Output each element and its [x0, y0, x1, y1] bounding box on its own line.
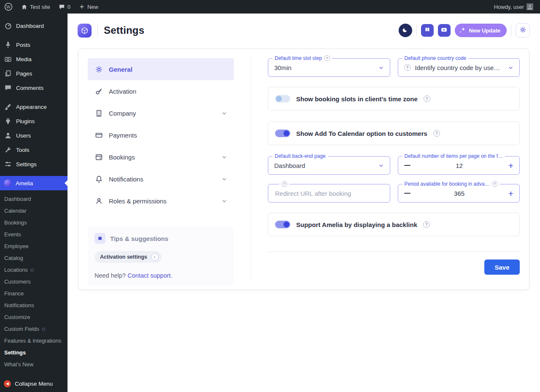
- submenu-whats-new[interactable]: What’s New: [0, 358, 68, 370]
- toggle-label: Show booking slots in client's time zone: [296, 95, 418, 103]
- amelia-submenu: Dashboard Calendar Bookings Events Emplo…: [0, 190, 68, 373]
- submenu-dashboard[interactable]: Dashboard: [0, 193, 68, 205]
- new-update-button[interactable]: New Update: [455, 24, 507, 37]
- new-label: New: [87, 4, 98, 10]
- submenu-calendar[interactable]: Calendar: [0, 205, 68, 216]
- submenu-notifications[interactable]: Notifications: [0, 299, 68, 311]
- settings-nav-notifications[interactable]: Notifications: [88, 168, 234, 190]
- save-button[interactable]: Save: [484, 260, 520, 275]
- sidebar-item-media[interactable]: Media: [0, 52, 68, 66]
- settings-nav: General Activation Company Payments: [88, 58, 234, 280]
- phone-country-code-select[interactable]: Default phone country code ? Identify co…: [398, 58, 520, 77]
- sidebar-item-amelia[interactable]: Amelia: [0, 176, 68, 190]
- submenu-bookings[interactable]: Bookings: [0, 216, 68, 228]
- sidebar-item-dashboard[interactable]: Dashboard: [0, 19, 68, 33]
- submenu-locations[interactable]: Locations◇: [0, 264, 68, 276]
- sidebar-item-users[interactable]: Users: [0, 128, 68, 143]
- toggle-label: Support Amelia by displaying a backlink: [296, 221, 417, 228]
- sidebar-item-appearance[interactable]: Appearance: [0, 100, 68, 114]
- help-icon[interactable]: ?: [423, 221, 430, 228]
- sidebar-item-pages[interactable]: Pages: [0, 66, 68, 81]
- global-settings-button[interactable]: [516, 23, 530, 38]
- backend-page-select[interactable]: Default back-end page Dashboard: [268, 156, 390, 175]
- menu-separator: [0, 95, 68, 100]
- sidebar-item-settings[interactable]: Settings: [0, 157, 68, 171]
- submenu-settings[interactable]: Settings: [0, 346, 68, 358]
- sidebar-item-label: Users: [16, 132, 31, 139]
- submenu-events[interactable]: Events: [0, 228, 68, 240]
- field-label: Default back-end page: [273, 153, 328, 159]
- howdy-user-menu[interactable]: Howdy, user: [490, 0, 537, 14]
- items-per-page-stepper: Default number of items per page on the …: [398, 156, 520, 175]
- settings-nav-payments[interactable]: Payments: [88, 124, 234, 146]
- submenu-finance[interactable]: Finance: [0, 287, 68, 299]
- plugin-icon: [4, 117, 12, 125]
- time-slot-step-select[interactable]: Default time slot step ? 30min: [268, 58, 390, 77]
- sidebar-item-tools[interactable]: Tools: [0, 143, 68, 157]
- help-icon[interactable]: ?: [281, 181, 287, 187]
- select-value: Dashboard: [274, 162, 375, 169]
- docs-button[interactable]: [421, 24, 434, 37]
- stepper-value: 365: [454, 190, 464, 197]
- site-name-link[interactable]: Test site: [17, 0, 54, 14]
- settings-nav-bookings[interactable]: Bookings: [88, 146, 234, 168]
- submenu-customers[interactable]: Customers: [0, 276, 68, 287]
- add-to-calendar-toggle[interactable]: [275, 130, 290, 137]
- field-label: Default number of items per page on the …: [402, 153, 505, 159]
- minus-button[interactable]: [404, 165, 410, 166]
- field-label: Default phone country code: [402, 55, 469, 61]
- sidebar-item-posts[interactable]: Posts: [0, 38, 68, 52]
- comments-bubble[interactable]: 0: [54, 0, 75, 14]
- submenu-custom-fields[interactable]: Custom Fields◇: [0, 323, 68, 335]
- submenu-catalog[interactable]: Catalog: [0, 252, 68, 264]
- chevron-down-icon: [221, 154, 227, 160]
- settings-nav-activation[interactable]: Activation: [88, 80, 234, 102]
- toggle-knob: [276, 96, 282, 102]
- help-icon[interactable]: ?: [492, 181, 498, 187]
- client-timezone-toggle[interactable]: [275, 95, 290, 103]
- plus-button[interactable]: +: [508, 189, 513, 198]
- dark-mode-toggle[interactable]: [399, 24, 412, 37]
- title-divider: [97, 25, 98, 36]
- comments-count: 0: [68, 4, 70, 10]
- redirect-url-input[interactable]: [274, 189, 384, 197]
- settings-nav-company[interactable]: Company: [88, 102, 234, 124]
- bell-icon: [94, 175, 103, 183]
- wp-logo-icon[interactable]: W: [0, 0, 17, 14]
- submenu-features-integrations[interactable]: Features & Integrations: [0, 335, 68, 346]
- pin-icon: [4, 41, 12, 49]
- settings-nav-general[interactable]: General: [88, 58, 234, 80]
- field-label: Default time slot step ?: [273, 55, 332, 61]
- chevron-down-icon: [221, 176, 227, 182]
- general-settings-form: Default time slot step ? 30min Default p…: [268, 58, 520, 280]
- sidebar-item-comments[interactable]: Comments: [0, 81, 68, 95]
- sidebar-item-label: Posts: [16, 42, 30, 48]
- need-help-line: Need help? Contact support.: [94, 272, 227, 279]
- star-icon: [459, 27, 466, 35]
- amelia-app-logo-icon: [78, 24, 92, 38]
- help-icon[interactable]: ?: [404, 64, 411, 71]
- new-content-button[interactable]: New: [75, 0, 103, 14]
- sidebar-item-label: Pages: [16, 70, 32, 77]
- admin-bar-left: W Test site 0 New: [0, 0, 103, 14]
- new-update-label: New Update: [469, 27, 500, 34]
- help-icon[interactable]: ?: [433, 130, 440, 137]
- tips-label: Tips & suggestions: [110, 235, 168, 242]
- plus-button[interactable]: +: [508, 161, 513, 170]
- backlink-toggle[interactable]: [275, 221, 290, 228]
- minus-button[interactable]: [404, 193, 410, 194]
- howdy-label: Howdy, user: [494, 4, 524, 10]
- submenu-customize[interactable]: Customize: [0, 311, 68, 323]
- help-icon[interactable]: ?: [424, 95, 430, 102]
- sidebar-item-label: Media: [16, 56, 32, 62]
- activation-settings-button[interactable]: Activation settings: [94, 251, 162, 263]
- submenu-employee[interactable]: Employee: [0, 240, 68, 252]
- settings-nav-roles-permissions[interactable]: Roles & permissions: [88, 190, 234, 212]
- collapse-menu-button[interactable]: ◀ Collapse Menu: [0, 378, 68, 389]
- contact-support-link[interactable]: Contact support.: [127, 272, 172, 279]
- sliders-icon: [4, 160, 12, 168]
- toggle-knob: [284, 222, 289, 227]
- sidebar-item-plugins[interactable]: Plugins: [0, 114, 68, 128]
- help-icon[interactable]: ?: [324, 55, 330, 61]
- youtube-button[interactable]: [438, 24, 451, 37]
